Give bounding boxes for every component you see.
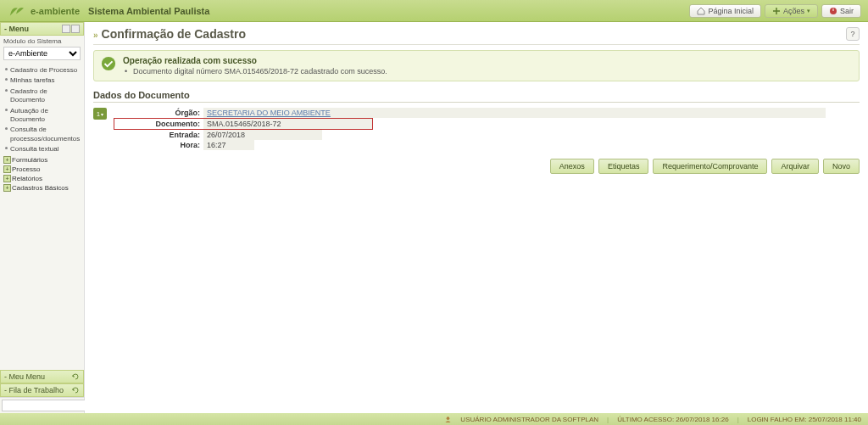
leaf-logo-icon — [7, 3, 25, 19]
svg-point-2 — [102, 57, 115, 70]
plus-icon — [772, 7, 781, 15]
home-label: Página Inicial — [708, 7, 754, 15]
nav-item-consulta-textual[interactable]: Consulta textual — [3, 144, 84, 154]
meu-menu-label: - Meu Menu — [4, 372, 45, 381]
nav-group-relatorios[interactable]: Relatórios — [3, 174, 84, 183]
sidebar-bottom: - Meu Menu - Fila de Trabalho — [0, 370, 84, 413]
detail-row-documento: Documento: SMA.015465/2018-72 — [114, 118, 826, 130]
app-header: e-ambiente Sistema Ambiental Paulista Pá… — [0, 0, 868, 22]
chevron-down-icon: ▾ — [807, 8, 810, 14]
document-toggle[interactable]: 1 — [93, 108, 107, 120]
detail-row-entrada: Entrada: 26/07/2018 — [114, 130, 826, 140]
exit-label: Sair — [840, 7, 854, 15]
nav-group-processo[interactable]: Processo — [3, 165, 84, 174]
header-actions: Página Inicial Ações ▾ Sair — [689, 4, 861, 18]
menu-view-icon[interactable] — [71, 25, 80, 33]
nav-group-formularios[interactable]: Formulários — [3, 155, 84, 165]
novo-button[interactable]: Novo — [823, 159, 860, 174]
home-icon — [697, 7, 705, 15]
footer-login-falho: LOGIN FALHO EM: 25/07/2018 11:40 — [748, 416, 861, 423]
footer-bar: USUÁRIO ADMINISTRADOR DA SOFTPLAN | ÚLTI… — [0, 413, 868, 425]
fila-label: - Fila de Trabalho — [4, 386, 64, 394]
arquivar-button[interactable]: Arquivar — [771, 159, 819, 174]
menu-toggle-icon[interactable] — [62, 25, 70, 33]
main-content: »Confirmação de Cadastro ? Operação real… — [85, 22, 868, 413]
detail-row-orgao: Órgão: SECRETARIA DO MEIO AMBIENTE — [114, 108, 826, 118]
orgao-label: Órgão: — [114, 108, 203, 118]
details-table: Órgão: SECRETARIA DO MEIO AMBIENTE Docum… — [114, 108, 826, 150]
user-icon — [444, 416, 452, 423]
chevron-right-icon: » — [93, 31, 98, 40]
check-circle-icon — [101, 56, 116, 71]
action-bar: Anexos Etiquetas Requerimento/Comprovant… — [93, 159, 860, 174]
anexos-button[interactable]: Anexos — [550, 159, 594, 174]
sidebar-search-row — [0, 397, 84, 413]
success-title: Operação realizada com sucesso — [123, 56, 387, 65]
system-title: Sistema Ambiental Paulista — [88, 6, 209, 16]
power-icon — [829, 7, 837, 15]
sidebar: - Menu Módulo do Sistema e-Ambiente Cada… — [0, 22, 85, 413]
entrada-value: 26/07/2018 — [203, 130, 322, 140]
svg-point-3 — [447, 417, 450, 420]
nav-group-cadastros-basicos[interactable]: Cadastros Básicos — [3, 183, 84, 193]
doc-toggle-label: 1 — [97, 111, 100, 117]
help-button[interactable]: ? — [846, 27, 860, 41]
menu-header-label: - Menu — [4, 25, 29, 33]
hora-value: 16:27 — [203, 140, 254, 150]
etiquetas-button[interactable]: Etiquetas — [598, 159, 649, 174]
module-label: Módulo do Sistema — [0, 36, 84, 45]
footer-ultimo-acesso: ÚLTIMO ACESSO: 26/07/2018 16:26 — [617, 416, 728, 423]
refresh-icon — [71, 386, 80, 394]
documento-value: SMA.015465/2018-72 — [203, 118, 373, 130]
success-message-box: Operação realizada com sucesso Documento… — [93, 50, 860, 81]
nav-item-consulta-processos[interactable]: Consulta de processos/documentos — [3, 125, 84, 144]
footer-user: USUÁRIO ADMINISTRADOR DA SOFTPLAN — [460, 416, 598, 423]
meu-menu-section[interactable]: - Meu Menu — [0, 370, 84, 383]
logo-text: e-ambiente — [31, 6, 80, 16]
detail-row-hora: Hora: 16:27 — [114, 140, 826, 150]
nav-item-minhas-tarefas[interactable]: Minhas tarefas — [3, 75, 84, 86]
home-button[interactable]: Página Inicial — [689, 4, 761, 18]
page-title-text: Confirmação de Cadastro — [102, 27, 246, 41]
module-select[interactable]: e-Ambiente — [3, 47, 81, 60]
documento-label: Documento: — [114, 118, 203, 130]
logo-area: e-ambiente — [7, 3, 80, 19]
success-content: Operação realizada com sucesso Documento… — [123, 56, 387, 75]
nav-item-cadastro-documento[interactable]: Cadastro de Documento — [3, 87, 84, 106]
nav-item-autuacao-documento[interactable]: Autuação de Documento — [3, 106, 84, 126]
footer-sep: | — [737, 416, 739, 423]
hora-label: Hora: — [114, 140, 203, 150]
actions-button[interactable]: Ações ▾ — [765, 4, 818, 18]
success-message: Documento digital número SMA.015465/2018… — [123, 67, 387, 75]
page-title-row: »Confirmação de Cadastro ? — [93, 27, 860, 45]
entrada-label: Entrada: — [114, 130, 203, 140]
nav-tree: Cadastro de Processo Minhas tarefas Cada… — [0, 64, 84, 370]
page-title: »Confirmação de Cadastro — [93, 27, 246, 41]
footer-sep: | — [607, 416, 609, 423]
actions-label: Ações — [783, 7, 804, 15]
nav-item-cadastro-processo[interactable]: Cadastro de Processo — [3, 65, 84, 75]
orgao-value[interactable]: SECRETARIA DO MEIO AMBIENTE — [203, 108, 826, 118]
section-title: Dados do Documento — [93, 90, 860, 103]
refresh-icon — [71, 372, 80, 381]
requerimento-button[interactable]: Requerimento/Comprovante — [653, 159, 767, 174]
document-area: 1 Órgão: SECRETARIA DO MEIO AMBIENTE Doc… — [93, 108, 860, 150]
exit-button[interactable]: Sair — [821, 4, 861, 18]
menu-header[interactable]: - Menu — [0, 22, 84, 36]
fila-trabalho-section[interactable]: - Fila de Trabalho — [0, 383, 84, 397]
